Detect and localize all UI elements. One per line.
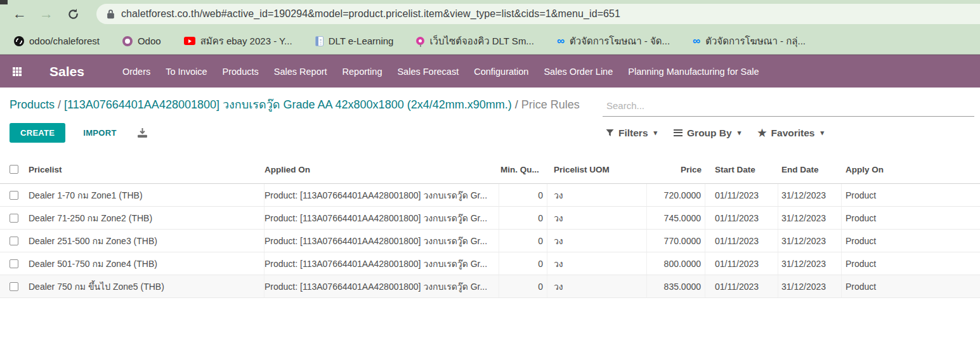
cell-price[interactable]: 745.0000: [647, 207, 705, 229]
cell-start-date[interactable]: 01/11/2023: [705, 230, 778, 252]
column-header-price[interactable]: Price: [647, 155, 705, 183]
cell-pricelist[interactable]: Dealer 750 กม ขึ้นไป Zone5 (THB): [29, 275, 265, 297]
row-checkbox[interactable]: [10, 237, 18, 245]
menu-item-sales-order-line[interactable]: Sales Order Line: [536, 55, 620, 88]
cell-pricelist-uom[interactable]: วง: [547, 207, 647, 229]
cell-price[interactable]: 835.0000: [647, 275, 705, 297]
favorites-dropdown[interactable]: ★ Favorites ▾: [757, 127, 824, 139]
cell-min-qty[interactable]: 0: [499, 207, 547, 229]
bookmark-item[interactable]: Odoo: [122, 36, 161, 46]
column-header-min-qty[interactable]: Min. Qu...: [499, 155, 547, 183]
menu-item-orders[interactable]: Orders: [115, 55, 158, 88]
pin-icon: [416, 37, 424, 45]
breadcrumb-product-link[interactable]: [113A07664401AA428001800] วงกบเรดวู๊ด Gr…: [64, 98, 512, 111]
cell-pricelist[interactable]: Dealer 251-500 กม Zone3 (THB): [29, 230, 265, 252]
cell-pricelist[interactable]: Dealer 1-70 กม Zone1 (THB): [29, 184, 265, 206]
row-checkbox[interactable]: [10, 214, 18, 223]
import-button[interactable]: IMPORT: [83, 128, 116, 138]
cell-apply-on[interactable]: Product: [842, 207, 980, 229]
cell-apply-on[interactable]: Product: [842, 184, 980, 206]
cell-end-date[interactable]: 31/12/2023: [778, 252, 842, 275]
bookmark-item[interactable]: สมัคร ebay 2023 - Y...: [184, 34, 292, 49]
cell-end-date[interactable]: 31/12/2023: [778, 275, 842, 297]
menu-item-planning-manufacturing-for-sale[interactable]: Planning Manufacturing for Sale: [620, 55, 766, 88]
control-panel-actions: CREATE IMPORT Filters ▾ Group: [0, 123, 980, 143]
table-row[interactable]: Dealer 1-70 กม Zone1 (THB) Product: [113…: [0, 184, 980, 207]
bookmark-item[interactable]: ตัวจัดการโฆษณา - กลุ่...: [693, 34, 806, 49]
column-header-end-date[interactable]: End Date: [778, 155, 842, 183]
forward-button[interactable]: →: [36, 3, 57, 25]
cell-price[interactable]: 770.0000: [647, 230, 705, 252]
cell-apply-on[interactable]: Product: [842, 230, 980, 252]
table-row[interactable]: Dealer 71-250 กม Zone2 (THB) Product: [1…: [0, 207, 980, 230]
row-checkbox[interactable]: [10, 282, 18, 291]
table-row[interactable]: Dealer 750 กม ขึ้นไป Zone5 (THB) Product…: [0, 275, 980, 298]
cell-applied-on[interactable]: Product: [113A07664401AA428001800] วงกบเ…: [265, 184, 499, 206]
back-button[interactable]: ←: [9, 3, 30, 25]
bookmark-label: Odoo: [138, 36, 161, 46]
menu-item-reporting[interactable]: Reporting: [335, 55, 390, 88]
table-row[interactable]: Dealer 251-500 กม Zone3 (THB) Product: […: [0, 230, 980, 252]
cell-pricelist-uom[interactable]: วง: [547, 230, 647, 252]
apps-menu-button[interactable]: [0, 55, 34, 88]
breadcrumb: Products / [113A07664401AA428001800] วงก…: [10, 95, 603, 117]
cell-start-date[interactable]: 01/11/2023: [705, 252, 778, 275]
cell-price[interactable]: 720.0000: [647, 184, 705, 206]
cell-start-date[interactable]: 01/11/2023: [705, 207, 778, 229]
cell-apply-on[interactable]: Product: [842, 252, 980, 275]
cell-applied-on[interactable]: Product: [113A07664401AA428001800] วงกบเ…: [265, 207, 499, 229]
cell-min-qty[interactable]: 0: [499, 275, 547, 297]
select-all-checkbox[interactable]: [10, 165, 18, 174]
bookmarks-bar: odoo/chaleforest Odoo สมัคร ebay 2023 - …: [0, 28, 980, 55]
bookmark-item[interactable]: DLT e-Learning: [315, 36, 394, 46]
table-row[interactable]: Dealer 501-750 กม Zone4 (THB) Product: […: [0, 252, 980, 275]
column-header-start-date[interactable]: Start Date: [705, 155, 778, 183]
bookmark-item[interactable]: เว็บไซต์จองคิว DLT Sm...: [416, 34, 533, 49]
menu-item-sales-report[interactable]: Sales Report: [266, 55, 335, 88]
reload-button[interactable]: [62, 3, 84, 25]
row-checkbox[interactable]: [10, 191, 18, 200]
app-title[interactable]: Sales: [49, 64, 84, 79]
cell-pricelist[interactable]: Dealer 71-250 กม Zone2 (THB): [29, 207, 265, 229]
column-header-pricelist[interactable]: Pricelist: [29, 155, 265, 183]
cell-applied-on[interactable]: Product: [113A07664401AA428001800] วงกบเ…: [265, 230, 499, 252]
filters-dropdown[interactable]: Filters ▾: [606, 127, 657, 139]
row-checkbox[interactable]: [10, 259, 18, 268]
cell-pricelist-uom[interactable]: วง: [547, 252, 647, 275]
menu-item-configuration[interactable]: Configuration: [466, 55, 536, 88]
cell-end-date[interactable]: 31/12/2023: [778, 184, 842, 206]
menu-item-sales-forecast[interactable]: Sales Forecast: [389, 55, 466, 88]
cell-end-date[interactable]: 31/12/2023: [778, 230, 842, 252]
globe-icon: [14, 36, 24, 46]
cell-start-date[interactable]: 01/11/2023: [705, 184, 778, 206]
breadcrumb-current: Price Rules: [521, 98, 580, 111]
url-text[interactable]: chaletforest.co.th/web#active_id=190294&…: [121, 8, 620, 20]
breadcrumb-products-link[interactable]: Products: [10, 98, 55, 111]
column-header-apply-on[interactable]: Apply On: [842, 155, 980, 183]
cell-min-qty[interactable]: 0: [499, 184, 547, 206]
bookmark-item[interactable]: odoo/chaleforest: [14, 36, 100, 46]
address-bar[interactable]: chaletforest.co.th/web#active_id=190294&…: [96, 4, 980, 24]
cell-price[interactable]: 800.0000: [647, 252, 705, 275]
lock-icon[interactable]: [107, 9, 115, 19]
cell-pricelist-uom[interactable]: วง: [547, 275, 647, 297]
cell-min-qty[interactable]: 0: [499, 252, 547, 275]
column-header-pricelist-uom[interactable]: Pricelist UOM: [547, 155, 647, 183]
export-button[interactable]: [137, 128, 148, 138]
cell-apply-on[interactable]: Product: [842, 275, 980, 297]
cell-min-qty[interactable]: 0: [499, 230, 547, 252]
cell-applied-on[interactable]: Product: [113A07664401AA428001800] วงกบเ…: [265, 252, 499, 275]
cell-pricelist-uom[interactable]: วง: [547, 184, 647, 206]
cell-start-date[interactable]: 01/11/2023: [705, 275, 778, 297]
bookmark-item[interactable]: ตัวจัดการโฆษณา - จัด...: [557, 34, 670, 49]
bookmark-label: odoo/chaleforest: [29, 36, 100, 46]
menu-item-to-invoice[interactable]: To Invoice: [158, 55, 214, 88]
create-button[interactable]: CREATE: [10, 123, 65, 143]
menu-item-products[interactable]: Products: [215, 55, 266, 88]
cell-end-date[interactable]: 31/12/2023: [778, 207, 842, 229]
search-input[interactable]: [603, 96, 974, 117]
column-header-applied-on[interactable]: Applied On: [265, 155, 499, 183]
cell-pricelist[interactable]: Dealer 501-750 กม Zone4 (THB): [29, 252, 265, 275]
group-by-dropdown[interactable]: Group By ▾: [674, 127, 741, 139]
cell-applied-on[interactable]: Product: [113A07664401AA428001800] วงกบเ…: [265, 275, 499, 297]
